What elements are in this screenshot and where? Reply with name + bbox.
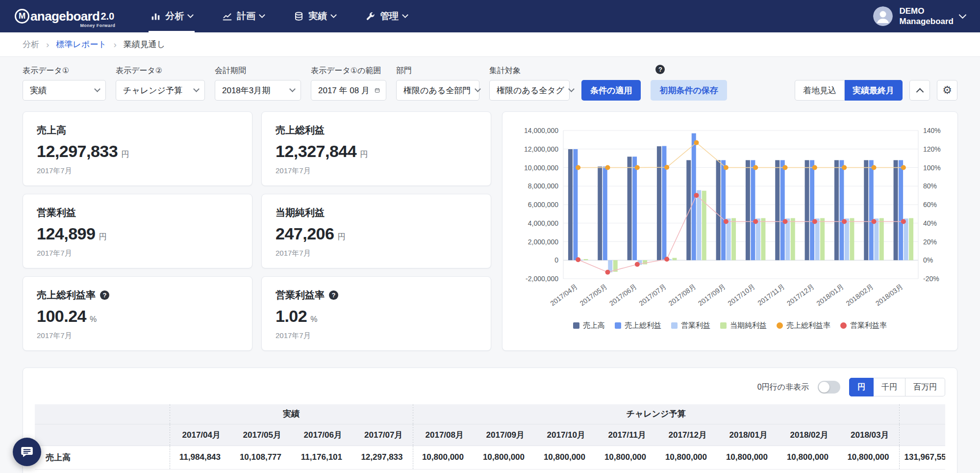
department-select[interactable]: 権限のある全部門: [396, 80, 479, 101]
save-default-conditions-button[interactable]: 初期条件の保存: [651, 80, 727, 101]
filter-fiscal-period: 会計期間 2018年3月期: [215, 66, 301, 101]
help-icon[interactable]: ?: [329, 290, 338, 300]
chevron-down-icon: [289, 86, 296, 92]
nav-item-results[interactable]: 実績: [292, 0, 338, 32]
point-営業利益率: [694, 193, 699, 198]
card-title: 営業利益: [37, 206, 76, 219]
card-title: 当期純利益: [276, 206, 325, 219]
fiscal-period-select[interactable]: 2018年3月期: [215, 80, 301, 101]
filter-label: 会計期間: [215, 66, 301, 76]
chevron-down-icon: [959, 11, 967, 19]
point-営業利益率: [901, 219, 906, 224]
month-column-header: 2017/07月: [352, 424, 413, 446]
month-column-header: 2018/03月: [838, 424, 899, 446]
card-title: 売上総利益率: [37, 289, 96, 302]
card-value: 12,297,833円: [37, 142, 238, 161]
bar-売上総利益: [899, 160, 903, 260]
apply-conditions-button[interactable]: 条件の適用: [581, 80, 641, 101]
filter-display-data-1: 表示データ① 実績: [23, 66, 106, 101]
selected-value: 権限のある全部門: [403, 85, 471, 96]
display-data-1-select[interactable]: 実績: [23, 80, 106, 101]
selected-value: 2018年3月期: [222, 85, 270, 96]
display-data-2-select[interactable]: チャレンジ予算: [116, 80, 205, 101]
chevron-down-icon: [402, 12, 408, 18]
report-table-scroll[interactable]: 実績チャレンジ予算2017/04月2017/05月2017/06月2017/07…: [35, 404, 945, 473]
month-column-header: 2018/02月: [778, 424, 838, 446]
row-label: 売上高: [35, 446, 170, 469]
bar-当期純利益: [820, 218, 825, 261]
overview-chart-panel: -2,000,00002,000,0004,000,0006,000,0008,…: [502, 111, 958, 351]
collapse-filters-button[interactable]: [909, 80, 930, 101]
svg-text:-20%: -20%: [923, 275, 939, 283]
point-売上総利益率: [635, 165, 640, 170]
brand-logo[interactable]: M anageboard 2.0 Money Forward: [15, 9, 114, 24]
line-chart-icon: [222, 11, 232, 22]
chevron-down-icon: [475, 86, 481, 92]
month-column-header: 2017/06月: [291, 424, 352, 446]
bar-売上総利益: [780, 160, 785, 260]
month-column-header: 2017/05月: [230, 424, 291, 446]
view-mode-toggle: 着地見込 実績最終月: [795, 80, 903, 101]
account-menu[interactable]: DEMO Manageboard: [873, 6, 965, 27]
breadcrumb-analysis[interactable]: 分析: [23, 39, 39, 50]
unit-million-yen-button[interactable]: 百万円: [905, 378, 945, 396]
date-value: 2017 年 08 月: [318, 85, 370, 96]
chevron-down-icon: [330, 12, 337, 18]
settings-button[interactable]: ⚙: [937, 80, 957, 101]
nav-item-analysis[interactable]: 分析: [149, 0, 195, 32]
table-cell: 10,800,000: [838, 446, 899, 469]
aggregation-target-select[interactable]: 権限のある全タグ: [489, 80, 570, 101]
table-cell: 10,800,000: [656, 446, 717, 469]
filter-label: 表示データ①: [23, 66, 106, 76]
point-営業利益率: [635, 262, 640, 267]
point-売上総利益率: [605, 165, 610, 170]
x-axis-label: 2017/05月: [578, 282, 609, 307]
filter-data-range: 表示データ①の範囲 2017 年 08 月: [311, 66, 386, 101]
view-tools: 着地見込 実績最終月 ⚙: [795, 80, 957, 101]
unit-thousand-yen-button[interactable]: 千円: [874, 378, 905, 396]
hide-zero-rows-toggle[interactable]: [818, 381, 840, 394]
chat-launcher-button[interactable]: [13, 438, 41, 466]
x-axis-label: 2017/10月: [726, 282, 756, 307]
legend-item: 営業利益率: [840, 321, 887, 330]
nav-item-plan[interactable]: 計画: [220, 0, 266, 32]
x-axis-label: 2018/02月: [845, 282, 875, 307]
table-cell: 10,800,000: [474, 446, 534, 469]
chat-bubble-icon: [20, 445, 34, 459]
card-date: 2017年7月: [37, 249, 238, 258]
x-axis-label: 2017/11月: [756, 282, 786, 307]
filter-label: 表示データ②: [116, 66, 205, 76]
chevron-down-icon: [94, 86, 101, 92]
point-営業利益率: [842, 219, 847, 224]
x-axis-label: 2017/12月: [785, 282, 816, 307]
svg-text:0: 0: [554, 256, 558, 264]
bar-売上高: [657, 146, 661, 260]
data-range-date-input[interactable]: 2017 年 08 月: [311, 80, 386, 101]
combo-chart: -2,000,00002,000,0004,000,0006,000,0008,…: [514, 123, 946, 321]
unit-yen-button[interactable]: 円: [849, 378, 874, 396]
bar-売上総利益: [721, 160, 726, 260]
x-axis-label: 2017/04月: [549, 282, 579, 307]
nav-item-admin[interactable]: 管理: [363, 0, 409, 32]
bar-売上総利益: [751, 160, 755, 260]
month-column-header: 2017/04月: [170, 424, 230, 446]
breadcrumb-standard-report[interactable]: 標準レポート: [56, 39, 106, 50]
bar-当期純利益: [850, 218, 854, 261]
landing-forecast-toggle[interactable]: 着地見込: [795, 80, 845, 101]
bar-売上総利益: [603, 166, 607, 260]
chevron-down-icon: [187, 12, 194, 18]
kpi-cards: 売上高 12,297,833円 2017年7月 売上総利益 12,327,844…: [23, 111, 491, 351]
bar-営業利益: [697, 190, 701, 261]
legend-item: 売上総利益率: [777, 321, 830, 330]
help-icon[interactable]: ?: [100, 290, 109, 300]
nav-label: 実績: [308, 10, 327, 23]
legend-item: 営業利益: [671, 321, 710, 330]
month-column-header: 2017/12月: [656, 424, 717, 446]
bar-売上高: [598, 166, 602, 260]
legend-item: 売上総利益: [615, 321, 661, 330]
breadcrumb-separator: ›: [114, 39, 117, 50]
point-売上総利益率: [664, 165, 669, 170]
actual-last-month-toggle[interactable]: 実績最終月: [845, 80, 903, 101]
help-icon[interactable]: ?: [655, 65, 665, 74]
bar-当期純利益: [761, 218, 765, 261]
